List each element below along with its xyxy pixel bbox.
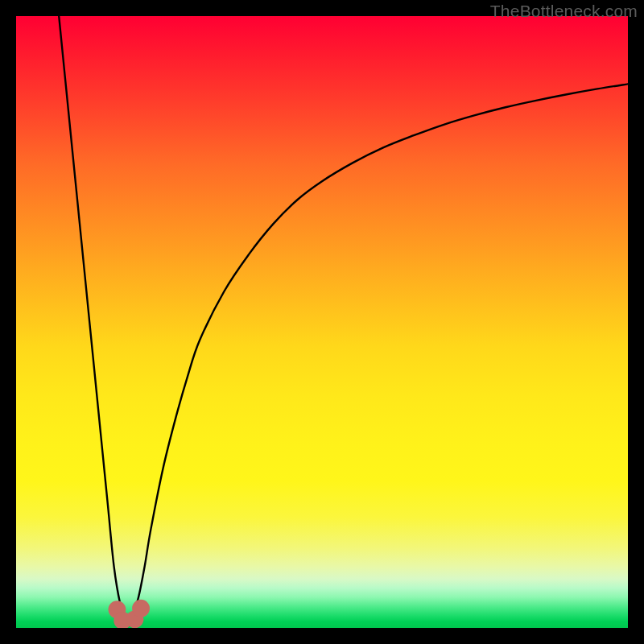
marker-notch-right [132, 600, 150, 617]
outer-frame: TheBottleneck.com [0, 0, 644, 644]
watermark-text: TheBottleneck.com [490, 2, 638, 21]
curve-markers [108, 600, 150, 628]
curve-layer [59, 16, 628, 628]
curve-svg [16, 16, 628, 628]
bottleneck-curve [59, 16, 628, 622]
plot-area [16, 16, 628, 628]
